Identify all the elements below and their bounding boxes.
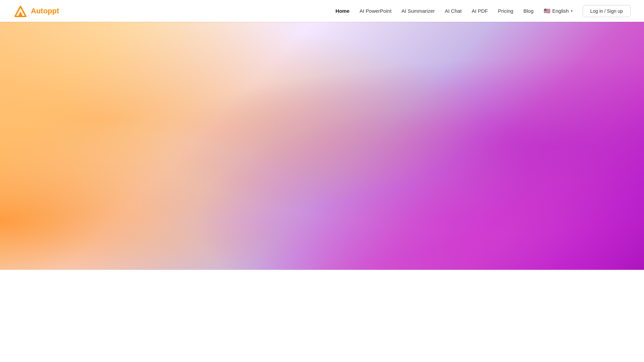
chevron-down-icon: ▾ bbox=[571, 9, 573, 13]
logo-text: Autoppt bbox=[31, 7, 59, 15]
navbar-right: Home AI PowerPoint AI Summarizer AI Chat… bbox=[335, 5, 631, 17]
nav-blog[interactable]: Blog bbox=[523, 8, 533, 14]
logo-icon bbox=[13, 4, 28, 18]
nav-home[interactable]: Home bbox=[335, 8, 350, 14]
hero-section bbox=[0, 22, 644, 270]
language-selector[interactable]: 🇺🇸 English ▾ bbox=[544, 8, 573, 14]
login-button[interactable]: Log in / Sign up bbox=[583, 5, 631, 17]
nav-ai-pdf[interactable]: AI PDF bbox=[472, 8, 488, 14]
flag-icon: 🇺🇸 bbox=[544, 9, 550, 13]
logo-container[interactable]: Autoppt bbox=[13, 4, 59, 18]
language-label: English bbox=[552, 8, 569, 14]
nav-ai-powerpoint[interactable]: AI PowerPoint bbox=[360, 8, 391, 14]
nav-ai-chat[interactable]: AI Chat bbox=[445, 8, 462, 14]
below-hero-section bbox=[0, 270, 644, 362]
navbar: Autoppt Home AI PowerPoint AI Summarizer… bbox=[0, 0, 644, 22]
nav-ai-summarizer[interactable]: AI Summarizer bbox=[401, 8, 435, 14]
nav-pricing[interactable]: Pricing bbox=[498, 8, 514, 14]
svg-marker-1 bbox=[18, 11, 23, 16]
